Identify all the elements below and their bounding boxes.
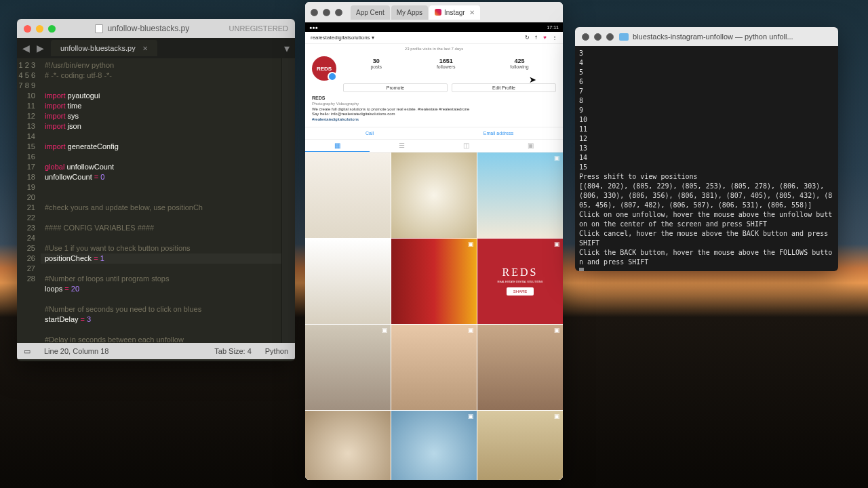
multi-icon: ▣ bbox=[554, 155, 561, 161]
edit-profile-button[interactable]: Edit Profile bbox=[452, 83, 556, 92]
document-icon bbox=[95, 24, 103, 33]
multi-icon: ▣ bbox=[382, 327, 389, 333]
terminal-window: bluestacks-instagram-unfollow — python u… bbox=[575, 27, 838, 271]
grid-cell[interactable]: ▣ REDS REAL ESTATE DIGITAL SOLUTIONS SHA… bbox=[477, 239, 563, 324]
promote-button[interactable]: Promote bbox=[343, 83, 448, 92]
grid-view-icon[interactable]: ▦ bbox=[305, 140, 370, 152]
bio-name: REDS bbox=[312, 96, 325, 100]
status-icon: ▭ bbox=[24, 347, 31, 356]
profile-bio: REDS Photography Videography We create f… bbox=[305, 95, 563, 127]
android-status-bar: ●●● 17:11 bbox=[305, 22, 563, 32]
tab-size[interactable]: Tab Size: 4 bbox=[214, 347, 251, 355]
grid-cell[interactable] bbox=[391, 152, 477, 238]
multi-icon: ▣ bbox=[554, 241, 561, 247]
email-button[interactable]: Email address bbox=[434, 127, 563, 139]
bluestacks-titlebar[interactable]: App CentMy AppsInstagr✕ bbox=[305, 2, 563, 22]
grid-cell[interactable]: ▣ bbox=[391, 411, 477, 480]
profile-section: REDS 30posts 1651followers 425following bbox=[305, 54, 563, 83]
bluestacks-tab[interactable]: My Apps bbox=[391, 5, 428, 20]
file-tab[interactable]: unfollow-bluestacks.py ✕ bbox=[51, 40, 157, 56]
editor-title: unfollow-bluestacks.py bbox=[61, 24, 224, 33]
carrier-icon: ●●● bbox=[309, 25, 318, 30]
minimize-icon[interactable] bbox=[36, 25, 43, 33]
editor-filename: unfollow-bluestacks.py bbox=[107, 24, 189, 33]
grid-cell[interactable] bbox=[305, 152, 391, 238]
close-icon[interactable] bbox=[582, 33, 589, 41]
close-icon[interactable] bbox=[311, 9, 318, 16]
photo-grid: ▣ ▣ ▣ REDS REAL ESTATE DIGITAL SOLUTIONS… bbox=[305, 152, 563, 480]
nav-back-icon[interactable]: ◀ bbox=[22, 43, 30, 54]
archive-icon[interactable]: ↻ bbox=[525, 35, 530, 41]
menu-icon[interactable]: ⋮ bbox=[552, 35, 557, 41]
maximize-icon[interactable] bbox=[335, 9, 342, 16]
profile-buttons: Promote Edit Profile bbox=[305, 83, 563, 95]
traffic-lights[interactable] bbox=[24, 25, 56, 33]
editor-titlebar[interactable]: unfollow-bluestacks.py UNREGISTERED bbox=[17, 19, 295, 38]
terminal-body[interactable]: 3 4 5 6 7 8 9 10 11 12 13 14 15 Press sh… bbox=[575, 46, 838, 271]
tab-label: unfollow-bluestacks.py bbox=[60, 44, 136, 52]
grid-cell[interactable] bbox=[305, 239, 391, 324]
minimap[interactable] bbox=[281, 58, 295, 343]
instagram-header: realestatedigitalsolutions ▾ ↻ ⫯ ♥ ⋮ bbox=[305, 32, 563, 44]
activity-icon[interactable]: ♥ bbox=[543, 35, 547, 41]
folder-icon bbox=[619, 33, 629, 41]
bluestacks-window: App CentMy AppsInstagr✕ ●●● 17:11 reales… bbox=[305, 2, 563, 480]
reds-subtitle: REAL ESTATE DIGITAL SOLUTIONS bbox=[498, 280, 543, 283]
activity-banner[interactable]: 23 profile visits in the last 7 days bbox=[305, 44, 563, 54]
bio-hashtag: #realestatedigitalsolutions bbox=[312, 117, 359, 121]
profile-username[interactable]: realestatedigitalsolutions ▾ bbox=[311, 35, 374, 41]
editor-body[interactable]: 1 2 3 4 5 6 7 8 9 10 11 12 13 14 15 16 1… bbox=[17, 58, 295, 343]
multi-icon: ▣ bbox=[554, 327, 561, 333]
reds-logo: REDS bbox=[502, 266, 538, 279]
list-view-icon[interactable]: ☰ bbox=[370, 140, 434, 152]
close-icon[interactable] bbox=[24, 25, 31, 33]
profile-avatar[interactable]: REDS bbox=[312, 56, 336, 81]
stat-following[interactable]: 425following bbox=[510, 58, 528, 81]
share-badge: SHARE bbox=[507, 287, 534, 296]
grid-cell[interactable]: ▣ bbox=[391, 239, 477, 324]
bio-email: Say hello: info@realestatedigitalsolutio… bbox=[312, 112, 395, 116]
terminal-title: bluestacks-instagram-unfollow — python u… bbox=[619, 33, 793, 41]
multi-icon: ▣ bbox=[468, 413, 475, 420]
editor-status-bar: ▭ Line 20, Column 18 Tab Size: 4 Python bbox=[17, 343, 295, 359]
grid-cell[interactable]: ▣ bbox=[391, 325, 477, 410]
nav-forward-icon[interactable]: ▶ bbox=[37, 43, 44, 54]
language-mode[interactable]: Python bbox=[265, 347, 288, 355]
unregistered-label: UNREGISTERED bbox=[229, 24, 288, 33]
minimize-icon[interactable] bbox=[594, 33, 601, 41]
insights-icon[interactable]: ⫯ bbox=[535, 35, 538, 41]
view-tabs: ▦ ☰ ◫ ▣ bbox=[305, 140, 563, 152]
tagged-view-icon[interactable]: ◫ bbox=[434, 140, 498, 152]
editor-tab-bar: ◀ ▶ unfollow-bluestacks.py ✕ ▾ bbox=[17, 38, 295, 58]
maximize-icon[interactable] bbox=[606, 33, 614, 41]
sublime-text-window: unfollow-bluestacks.py UNREGISTERED ◀ ▶ … bbox=[17, 19, 295, 361]
terminal-title-text: bluestacks-instagram-unfollow — python u… bbox=[633, 33, 793, 41]
bluestacks-tab[interactable]: Instagr✕ bbox=[429, 5, 480, 20]
tab-close-icon[interactable]: ✕ bbox=[142, 45, 148, 52]
grid-cell[interactable]: ▣ bbox=[477, 411, 563, 480]
terminal-titlebar[interactable]: bluestacks-instagram-unfollow — python u… bbox=[575, 27, 838, 46]
contact-bar: Call Email address bbox=[305, 127, 563, 140]
tab-dropdown-icon[interactable]: ▾ bbox=[284, 42, 290, 55]
tab-close-icon[interactable]: ✕ bbox=[469, 9, 475, 16]
call-button[interactable]: Call bbox=[305, 127, 434, 139]
instagram-icon bbox=[435, 9, 441, 16]
grid-cell[interactable]: ▣ bbox=[477, 152, 563, 238]
grid-cell[interactable] bbox=[305, 411, 391, 480]
saved-view-icon[interactable]: ▣ bbox=[498, 140, 563, 152]
stat-followers[interactable]: 1651followers bbox=[437, 58, 456, 81]
traffic-lights[interactable] bbox=[311, 9, 342, 16]
traffic-lights[interactable] bbox=[582, 33, 614, 41]
bio-category: Photography Videography bbox=[312, 102, 359, 106]
grid-cell[interactable]: ▣ bbox=[477, 325, 563, 410]
maximize-icon[interactable] bbox=[48, 25, 56, 33]
code-area[interactable]: #!/usr/bin/env python # -*- coding: utf-… bbox=[41, 58, 281, 343]
cursor-position: Line 20, Column 18 bbox=[44, 347, 108, 355]
profile-stats: 30posts 1651followers 425following bbox=[343, 56, 556, 81]
bio-description: We create full digital solutions to prom… bbox=[312, 107, 469, 111]
bluestacks-tab[interactable]: App Cent bbox=[351, 5, 390, 20]
status-time: 17:11 bbox=[547, 25, 559, 30]
minimize-icon[interactable] bbox=[323, 9, 330, 16]
stat-posts[interactable]: 30posts bbox=[370, 58, 382, 81]
grid-cell[interactable]: ▣ bbox=[305, 325, 391, 410]
